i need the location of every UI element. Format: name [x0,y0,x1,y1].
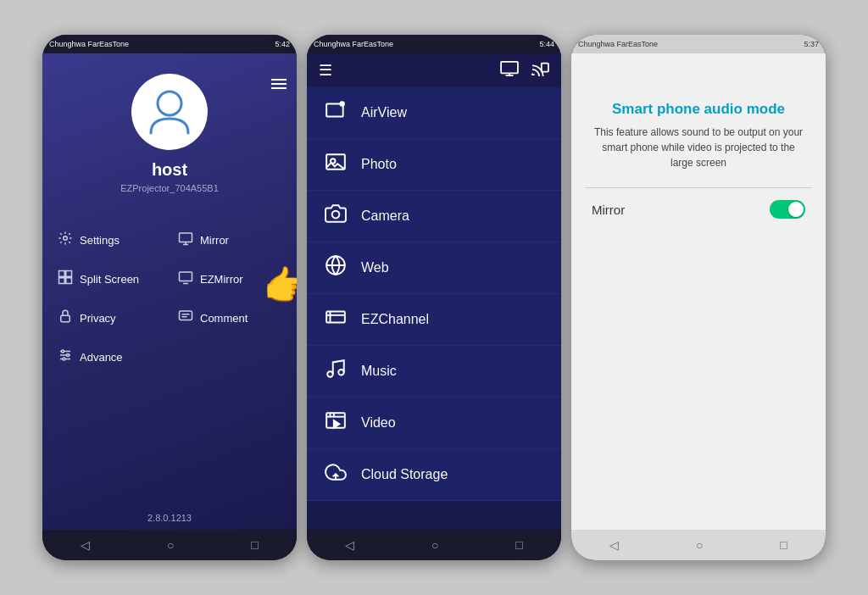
camera-label: Camera [361,209,409,224]
comment-label: Comment [200,312,248,325]
phone1-content: host EZProjector_704A55B1 Settings [42,53,297,530]
phone3-nav-bar: ◁ ○ □ [571,530,826,560]
menu-item-mirror[interactable]: Mirror [170,220,290,259]
svg-point-26 [339,101,345,107]
menu-item-advance[interactable]: Advance [49,337,170,376]
recent-icon-2[interactable]: □ [515,538,522,552]
phone3-content: Smart phone audio mode This feature allo… [571,53,826,530]
home-icon-3[interactable]: ○ [696,538,703,552]
menu-list-item-photo[interactable]: Photo [307,139,561,191]
home-icon-2[interactable]: ○ [431,538,438,552]
menu-item-settings[interactable]: Settings [49,220,170,259]
back-icon-3[interactable]: ◁ [609,538,619,552]
airview-icon [324,99,348,126]
mirror-icon [178,231,193,249]
svg-rect-7 [59,278,65,284]
video-icon [324,409,348,437]
svg-point-18 [62,350,64,353]
split-screen-icon [58,270,73,288]
ezchannel-label: EZChannel [361,312,429,327]
recent-icon-3[interactable]: □ [780,538,787,552]
phone-1: Chunghwa FarEasTone 5:42 host EZProjecto… [42,35,297,560]
recent-icon[interactable]: □ [251,538,258,552]
svg-rect-5 [59,271,65,277]
svg-marker-41 [334,420,340,428]
video-label: Video [361,415,396,431]
avatar [131,74,208,150]
ezchannel-icon [324,306,348,333]
svg-point-1 [64,236,68,241]
svg-point-0 [158,92,181,115]
menu-item-split-screen[interactable]: Split Screen [49,259,170,298]
phone-2: Chunghwa FarEasTone 5:44 ☰ [307,35,561,560]
mirror-toggle[interactable] [770,200,805,219]
web-icon [324,254,348,281]
airview-label: AirView [361,105,407,120]
camera-icon [324,203,348,230]
version-text: 2.8.0.1213 [42,513,297,523]
mirror-label: Mirror [200,234,229,247]
cast-icon[interactable] [531,61,549,81]
phone-3: Chunghwa FarEasTone 5:37 Smart phone aud… [571,35,826,560]
menu-icon[interactable]: ☰ [319,61,332,80]
svg-rect-6 [66,271,72,277]
music-icon [324,358,348,385]
back-icon[interactable]: ◁ [81,538,90,552]
split-screen-label: Split Screen [80,273,139,286]
settings-icon [58,231,73,249]
screen-icon[interactable] [500,61,519,81]
settings-label: Settings [80,234,120,247]
phone3-status-bar: Chunghwa FarEasTone 5:37 [571,35,826,53]
phone3-carrier: Chunghwa FarEasTone [578,40,658,48]
comment-icon [178,309,193,327]
menu-item-comment[interactable]: Comment [170,298,290,337]
menu-item-ezmirror[interactable]: EZMirror [170,259,290,298]
phone3-time: 5:37 [804,40,819,48]
svg-rect-32 [326,312,345,323]
phone2-topbar: ☰ [307,53,561,87]
menu-list-item-cloud-storage[interactable]: Cloud Storage [307,449,561,501]
svg-point-20 [63,358,65,360]
mirror-setting-label: Mirror [592,203,625,217]
time-text: 5:42 [275,40,290,48]
svg-point-29 [332,211,340,219]
profile-section: host EZProjector_704A55B1 [42,53,297,207]
menu-list: AirView Photo [307,87,561,501]
username: host [152,160,187,180]
menu-list-item-camera[interactable]: Camera [307,191,561,242]
phone2-content: ☰ [307,53,561,530]
phone1-status-bar: Chunghwa FarEasTone 5:42 [42,35,297,53]
phone3-topbar [571,53,826,87]
menu-list-item-web[interactable]: Web [307,242,561,294]
svg-rect-11 [61,315,70,322]
home-icon[interactable]: ○ [167,538,174,552]
device-id: EZProjector_704A55B1 [120,183,219,193]
music-label: Music [361,364,397,379]
svg-rect-2 [180,233,192,242]
toggle-knob [788,202,804,217]
menu-item-privacy[interactable]: Privacy [49,298,170,337]
cloud-storage-icon [324,461,348,488]
menu-list-item-ezchannel[interactable]: EZChannel [307,294,561,346]
svg-point-19 [67,354,70,357]
svg-rect-8 [66,278,72,284]
phone2-carrier: Chunghwa FarEasTone [314,40,393,48]
privacy-icon [58,309,73,327]
svg-rect-9 [180,272,192,281]
menu-list-item-airview[interactable]: AirView [307,87,561,139]
photo-label: Photo [361,157,397,172]
ezmirror-icon [178,270,193,288]
svg-rect-21 [501,61,518,73]
carrier-text: Chunghwa FarEasTone [49,40,129,48]
cloud-storage-label: Cloud Storage [361,467,448,482]
menu-grid: Settings Mirror Split Screen [42,220,297,376]
advance-icon [58,348,73,366]
photo-icon [324,151,348,178]
back-icon-2[interactable]: ◁ [345,538,354,552]
menu-list-item-music[interactable]: Music [307,346,561,398]
hamburger-menu[interactable] [271,79,287,89]
ezmirror-label: EZMirror [200,273,243,286]
svg-point-36 [338,370,344,375]
menu-list-item-video[interactable]: Video [307,398,561,449]
web-label: Web [361,260,389,275]
